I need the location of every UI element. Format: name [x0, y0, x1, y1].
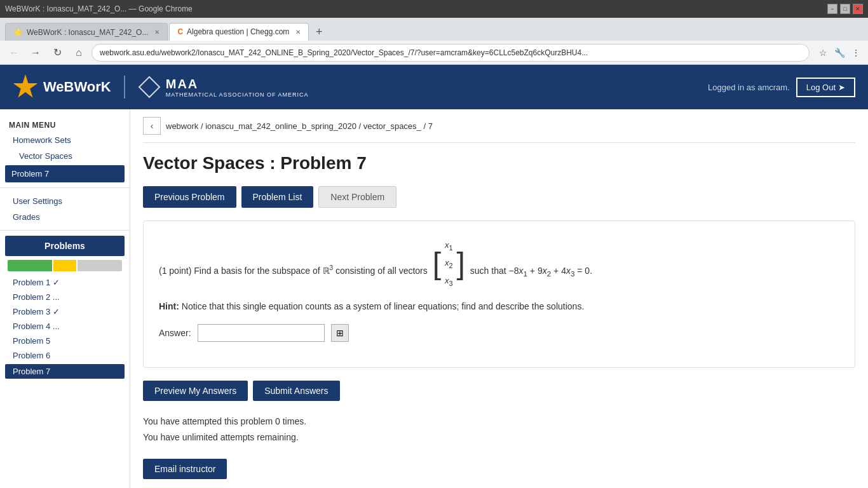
sidebar-item-homework-sets[interactable]: Homework Sets	[0, 132, 130, 148]
bookmark-icon[interactable]: ☆	[816, 46, 830, 60]
problem-link-1[interactable]: Problem 1 ✓	[0, 275, 130, 290]
hint-body: Notice that this single equation counts …	[182, 301, 585, 311]
submit-answers-button[interactable]: Submit Answers	[253, 381, 339, 401]
content-area: ‹ webwork / ionascu_mat_242_online_b_spr…	[130, 109, 868, 488]
close-button[interactable]: ✕	[853, 4, 863, 14]
new-tab-button[interactable]: +	[310, 23, 328, 41]
minimize-button[interactable]: −	[827, 4, 837, 14]
maximize-button[interactable]: □	[840, 4, 850, 14]
tab2-close[interactable]: ✕	[295, 29, 301, 36]
grid-icon: ⊞	[336, 328, 344, 338]
problem-link-4[interactable]: Problem 4 ...	[0, 319, 130, 334]
point-value: (1 point)	[159, 266, 191, 276]
header-user-area: Logged in as amcram. Log Out ➤	[708, 78, 855, 97]
star-icon	[13, 74, 38, 100]
hint-text: Hint: Notice that this single equation c…	[159, 301, 839, 311]
main-menu-label: MAIN MENU	[0, 116, 130, 132]
breadcrumb: ‹ webwork / ionascu_mat_242_online_b_spr…	[143, 109, 855, 143]
main-container: MAIN MENU Homework Sets Vector Spaces Pr…	[0, 109, 868, 488]
logout-arrow-icon: ➤	[838, 83, 845, 92]
right-bracket-icon: ]	[457, 248, 465, 279]
email-instructor-button[interactable]: Email instructor	[143, 459, 227, 479]
problem-link-6[interactable]: Problem 6	[0, 348, 130, 363]
page-title: Vector Spaces : Problem 7	[143, 153, 855, 173]
attempts-line2: You have unlimited attempts remaining.	[143, 430, 855, 445]
attempts-text: You have attempted this problem 0 times.…	[143, 414, 855, 445]
progress-gray	[78, 260, 122, 271]
problem-link-2[interactable]: Problem 2 ...	[0, 290, 130, 304]
maa-text-block: MAA MATHEMATICAL ASSOCIATION OF AMERICA	[166, 77, 309, 98]
r3-superscript: 3	[330, 264, 334, 271]
breadcrumb-text: webwork / ionascu_mat_242_online_b_sprin…	[166, 121, 433, 131]
sidebar: MAIN MENU Homework Sets Vector Spaces Pr…	[0, 109, 130, 488]
matrix-content: x1 x2 x3	[441, 236, 457, 291]
webwork-logo: WeBWorK	[13, 74, 111, 100]
previous-problem-button[interactable]: Previous Problem	[143, 186, 236, 208]
back-button[interactable]: ←	[5, 44, 23, 62]
title-bar: WeBWorK : Ionascu_MAT_242_O... — Google …	[0, 0, 868, 18]
maa-subtitle: MATHEMATICAL ASSOCIATION OF AMERICA	[166, 92, 309, 98]
answer-row: Answer: ⊞	[159, 324, 839, 342]
refresh-button[interactable]: ↻	[48, 44, 66, 62]
progress-bar	[8, 260, 122, 271]
logged-in-text: Logged in as amcram.	[708, 83, 790, 92]
svg-marker-0	[139, 77, 159, 97]
site-header: WeBWorK MAA MATHEMATICAL ASSOCIATION OF …	[0, 65, 868, 109]
tab2-title: Algebra question | Chegg.com	[187, 27, 289, 36]
action-buttons: Previous Problem Problem List Next Probl…	[143, 186, 855, 208]
problem-box: (1 point) Find a basis for the subspace …	[143, 220, 855, 368]
problems-header: Problems	[5, 236, 125, 256]
maa-logo: MAA MATHEMATICAL ASSOCIATION OF AMERICA	[124, 76, 309, 98]
tab-bar: ⭐ WeBWorK : Ionascu_MAT_242_O... ✕ C Alg…	[0, 18, 868, 41]
problem-statement: (1 point) Find a basis for the subspace …	[159, 236, 839, 291]
tab-webwork[interactable]: ⭐ WeBWorK : Ionascu_MAT_242_O... ✕	[5, 23, 168, 41]
menu-icon[interactable]: ⋮	[849, 46, 863, 60]
logout-button[interactable]: Log Out ➤	[796, 78, 855, 97]
problem-list-button[interactable]: Problem List	[241, 186, 314, 208]
r3-notation: ℝ3	[323, 266, 334, 276]
description-part2: consisting of all vectors	[336, 266, 430, 276]
address-input[interactable]: webwork.asu.edu/webwork2/Ionascu_MAT_242…	[92, 44, 810, 62]
title-bar-text: WeBWorK : Ionascu_MAT_242_O... — Google …	[5, 4, 193, 13]
address-bar: ← → ↻ ⌂ webwork.asu.edu/webwork2/Ionascu…	[0, 41, 868, 65]
maa-diamond-icon	[138, 76, 161, 98]
forward-button[interactable]: →	[27, 44, 44, 62]
tab1-favicon: ⭐	[13, 28, 23, 37]
sidebar-item-user-settings[interactable]: User Settings	[0, 193, 130, 209]
sidebar-item-problem7[interactable]: Problem 7	[5, 165, 125, 182]
answer-input[interactable]	[198, 324, 325, 342]
problem-link-3[interactable]: Problem 3 ✓	[0, 304, 130, 319]
hint-label: Hint:	[159, 301, 179, 311]
extensions-icon[interactable]: 🔧	[832, 46, 846, 60]
grid-button[interactable]: ⊞	[331, 324, 349, 342]
next-problem-button[interactable]: Next Problem	[318, 186, 397, 208]
maa-title: MAA	[166, 77, 309, 92]
submit-buttons: Preview My Answers Submit Answers	[143, 381, 855, 401]
sidebar-divider2	[0, 230, 130, 231]
window-controls: − □ ✕	[827, 4, 863, 14]
sidebar-item-vector-spaces[interactable]: Vector Spaces	[0, 148, 130, 164]
sidebar-item-grades[interactable]: Grades	[0, 209, 130, 225]
problem-link-5[interactable]: Problem 5	[0, 334, 130, 348]
matrix-row-2: x2	[445, 255, 453, 272]
description-part1: Find a basis for the subspace of	[194, 266, 322, 276]
home-button[interactable]: ⌂	[70, 44, 88, 62]
equation-text: such that −8x1 + 9x2 + 4x3 = 0.	[470, 266, 592, 276]
progress-yellow	[53, 260, 76, 271]
sidebar-divider1	[0, 187, 130, 188]
preview-answers-button[interactable]: Preview My Answers	[143, 381, 248, 401]
breadcrumb-back-button[interactable]: ‹	[143, 117, 161, 135]
tab1-close[interactable]: ✕	[154, 29, 159, 36]
tab-chegg[interactable]: C Algebra question | Chegg.com ✕	[169, 23, 309, 41]
progress-green	[8, 260, 52, 271]
address-text: webwork.asu.edu/webwork2/Ionascu_MAT_242…	[100, 48, 588, 57]
webwork-label: WeBWorK	[43, 79, 111, 95]
header-logos: WeBWorK MAA MATHEMATICAL ASSOCIATION OF …	[13, 74, 308, 100]
problem-link-7[interactable]: Problem 7	[5, 364, 125, 379]
tab1-title: WeBWorK : Ionascu_MAT_242_O...	[27, 28, 148, 37]
browser-toolbar: ☆ 🔧 ⋮	[816, 46, 863, 60]
answer-label: Answer:	[159, 328, 191, 338]
attempts-line1: You have attempted this problem 0 times.	[143, 414, 855, 430]
tab2-favicon: C	[177, 27, 183, 36]
matrix-row-3: x3	[445, 273, 453, 290]
